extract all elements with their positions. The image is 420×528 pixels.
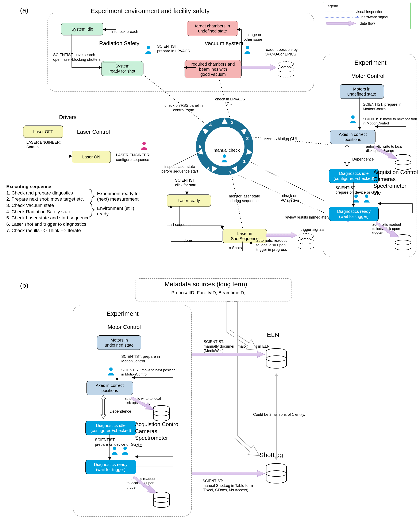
edge-ntrigger: n trigger signals — [298, 228, 324, 232]
dataflow-arrow — [191, 469, 267, 478]
metadata-sub: ProposalID, FacilityID, BeamtimeID, ... — [171, 290, 250, 296]
edge-check-pc: check on PC system — [281, 194, 299, 203]
hdr-experiment-b: Experiment — [107, 310, 139, 317]
hdr-motor-control-a: Motor Control — [351, 73, 384, 79]
dataflow-arrow — [191, 350, 267, 359]
edge-pss: check on PSS panel in control room — [165, 103, 203, 112]
edge-motion-gui: check in Motion GUI — [263, 137, 297, 141]
arrows-exp-a — [328, 84, 419, 224]
panel-label-b: (b) — [20, 282, 28, 289]
hdr-experiment-a: Experiment — [354, 59, 386, 66]
edge-monitor-laser: monitor laser state during sequence — [229, 194, 260, 203]
arrows-exp-b — [84, 336, 186, 479]
edge-two-fashions: Could be 2 fashions of 1 entity. — [253, 412, 305, 417]
hdr-metadata: Metadata sources (long term) — [165, 281, 247, 288]
edge-lpvacs-gui: check in LPVACS GUI — [215, 97, 245, 106]
outline-arrows-b — [190, 300, 274, 491]
hdr-motor-control-b: Motor Control — [108, 324, 141, 330]
